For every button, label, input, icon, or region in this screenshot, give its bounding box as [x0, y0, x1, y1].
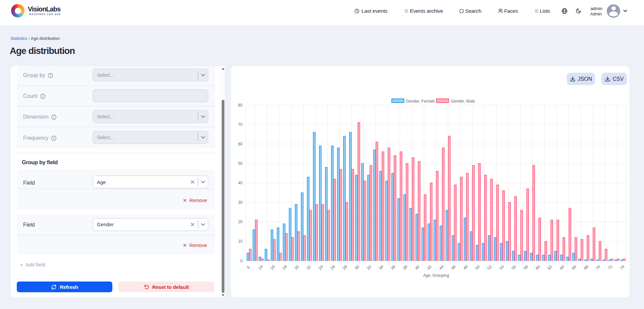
svg-text:28: 28 — [341, 264, 348, 271]
svg-text:70: 70 — [238, 122, 243, 127]
svg-text:14: 14 — [257, 264, 264, 271]
svg-text:42: 42 — [426, 264, 433, 271]
svg-text:10: 10 — [238, 239, 243, 244]
svg-text:44: 44 — [438, 264, 445, 271]
svg-text:6: 6 — [246, 265, 251, 270]
svg-text:16: 16 — [269, 264, 276, 271]
svg-text:52: 52 — [486, 264, 493, 271]
svg-text:70: 70 — [595, 264, 602, 271]
svg-text:38: 38 — [402, 264, 409, 271]
svg-text:50: 50 — [238, 161, 243, 166]
svg-text:80: 80 — [238, 103, 243, 108]
svg-text:50: 50 — [474, 264, 481, 271]
svg-text:30: 30 — [238, 200, 243, 205]
svg-text:Gender, Female: Gender, Female — [406, 99, 435, 104]
svg-text:22: 22 — [306, 264, 312, 271]
svg-text:56: 56 — [511, 264, 517, 271]
svg-text:58: 58 — [523, 264, 529, 271]
svg-text:20: 20 — [238, 220, 243, 224]
svg-text:40: 40 — [238, 181, 243, 185]
svg-text:62: 62 — [547, 264, 553, 271]
svg-text:54: 54 — [498, 264, 505, 271]
svg-text:0: 0 — [240, 259, 243, 263]
svg-text:46: 46 — [450, 264, 457, 271]
svg-text:64: 64 — [559, 264, 566, 271]
svg-text:26: 26 — [329, 264, 336, 271]
svg-text:60: 60 — [238, 142, 243, 146]
svg-text:30: 30 — [354, 264, 360, 271]
svg-text:20: 20 — [293, 264, 300, 271]
svg-text:24: 24 — [318, 264, 324, 271]
svg-text:36: 36 — [390, 264, 396, 271]
svg-text:18: 18 — [281, 264, 288, 271]
svg-text:32: 32 — [366, 264, 372, 271]
svg-text:68: 68 — [583, 264, 590, 271]
svg-text:74: 74 — [619, 264, 626, 271]
svg-text:72: 72 — [607, 264, 614, 271]
svg-text:Age, Grouping: Age, Grouping — [423, 273, 449, 278]
svg-text:34: 34 — [378, 264, 384, 271]
svg-text:60: 60 — [535, 264, 541, 271]
svg-text:66: 66 — [571, 264, 578, 271]
svg-text:48: 48 — [462, 264, 469, 271]
svg-text:40: 40 — [414, 264, 421, 271]
svg-text:Gender, Male: Gender, Male — [451, 99, 475, 104]
